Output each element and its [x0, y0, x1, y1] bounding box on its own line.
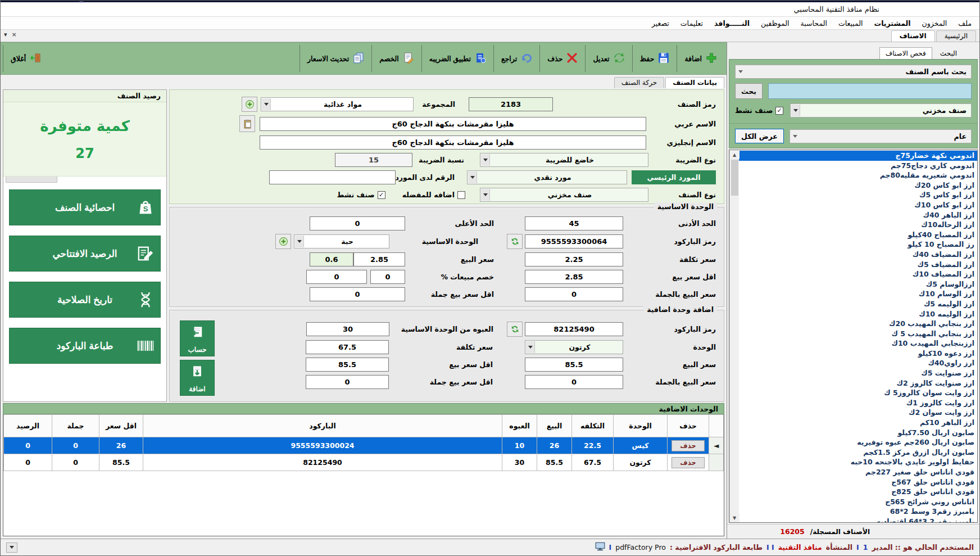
list-item[interactable]: ارز ابو كاس 5ك	[739, 190, 977, 200]
close-tab-icon[interactable]: ×	[12, 31, 17, 38]
list-item[interactable]: صابون اريال ازرق مركز 1.5كجم	[739, 447, 977, 458]
generate-barcode-icon[interactable]	[507, 322, 523, 337]
item-type-dropdown[interactable]: صنف مخزني	[480, 188, 648, 202]
sidebar-tab-check-items[interactable]: فحص الاصناف	[879, 47, 932, 59]
generate-barcode-icon[interactable]	[507, 234, 523, 249]
add-unit-type-button[interactable]	[275, 234, 291, 249]
group-filter-dropdown[interactable]: عام	[790, 129, 972, 143]
extra-cost-field[interactable]: 67.5	[306, 340, 389, 354]
tax-type-dropdown[interactable]: خاضع للضريبة	[480, 153, 648, 167]
save-button[interactable]: حفظ	[633, 43, 677, 74]
list-item[interactable]: ارز ابو كاس 20ك	[739, 180, 977, 191]
list-item[interactable]: صابون اريال 7.50كيلو	[739, 428, 977, 438]
table-row[interactable]: ◄حذفكيس22.5261095555933000242600	[4, 437, 724, 454]
chevron-down-icon[interactable]	[468, 171, 477, 183]
chevron-down-icon[interactable]	[295, 236, 304, 247]
apply-tax-button[interactable]: تطبيق الضريبه	[422, 43, 493, 74]
search-input[interactable]	[768, 83, 972, 99]
search-button[interactable]: بحث	[735, 83, 763, 99]
menu-item[interactable]: المخزون	[922, 19, 947, 28]
chevron-down-icon[interactable]	[481, 189, 490, 201]
name-en-field[interactable]: هليزا مقرمشات بنكهة الدجاج 60ج	[260, 135, 646, 150]
close-window-button[interactable]: أغلاق	[3, 43, 48, 74]
list-item[interactable]: ارز الرحاله10ك	[739, 220, 977, 230]
sales-discount-secondary-field[interactable]: 0	[306, 270, 367, 284]
pack-size-field[interactable]: 30	[306, 322, 389, 336]
list-item[interactable]: ارز وايت كالروز 1ك	[739, 398, 977, 408]
list-item[interactable]: بامبرز رقم 2 3*64 اقتصاديه	[739, 517, 977, 522]
list-item[interactable]: اندومي شعيريه مقليه80جم	[739, 170, 977, 180]
extra-sell-field[interactable]: 85.5	[525, 358, 623, 372]
undo-button[interactable]: تراجع	[494, 43, 539, 74]
list-item[interactable]: ارز المضياف 5ك	[739, 260, 977, 270]
edit-button[interactable]: تعديل	[586, 43, 632, 74]
list-item[interactable]: ارز وايت سوان كالروز5 ك	[739, 388, 977, 398]
base-cost-field[interactable]: 2.25	[525, 252, 623, 266]
chevron-down-icon[interactable]	[262, 98, 271, 110]
opening-balance-button[interactable]: الرصيد الافتتاحي	[9, 236, 161, 272]
list-item[interactable]: ارز صنوايت 5ك	[739, 368, 977, 378]
list-item[interactable]: بامبرز رقم3 وسط 2*68	[739, 507, 977, 517]
supplier-number-field[interactable]	[269, 170, 396, 184]
add-button[interactable]: اضافة	[677, 43, 724, 74]
sidebar-tab-search[interactable]: البحث	[934, 48, 963, 59]
list-scrollbar[interactable]: ▲ ▼	[729, 150, 739, 522]
base-wholesale-field[interactable]: 0	[525, 287, 623, 301]
base-sell-secondary-field[interactable]: 0.6	[310, 252, 353, 266]
list-item[interactable]: اندومي كاري دجاج75جم	[739, 161, 977, 171]
table-row[interactable]: حذفكرتون67.585.5308212549085.500	[4, 454, 724, 471]
extra-unit-dropdown[interactable]: كرتون	[525, 340, 623, 354]
sales-discount-field[interactable]: 0	[370, 270, 405, 284]
status-dropdown-caret[interactable]	[6, 543, 17, 553]
add-unit-button[interactable]: اضافة	[180, 360, 215, 396]
extra-wholesale-field[interactable]: 0	[525, 375, 623, 389]
print-barcode-button[interactable]: طباعة الباركود	[9, 328, 161, 364]
update-prices-button[interactable]: تحديث الاسعار	[300, 43, 371, 74]
main-supplier-dropdown[interactable]: مورد نقدي	[467, 170, 627, 184]
active-item-checkbox[interactable]: ✓	[378, 191, 385, 199]
list-item[interactable]: ارز وايت سوان 2ك	[739, 408, 977, 418]
base-min-sell-field[interactable]: 2.85	[525, 270, 623, 284]
list-item[interactable]: ارز راوي40ك	[739, 358, 977, 368]
list-item[interactable]: قودي اناناس حلق 825ج	[739, 487, 977, 497]
list-item[interactable]: ارز المضياف 40ك	[739, 250, 977, 260]
min-limit-field[interactable]: 45	[525, 216, 623, 230]
favorite-checkbox[interactable]	[457, 191, 465, 199]
scrollbar-thumb[interactable]	[731, 160, 738, 196]
menu-item[interactable]: المحاسبة	[801, 19, 827, 28]
list-item[interactable]: ارزالوسام 5ك	[739, 279, 977, 290]
extra-min-sell-field[interactable]: 85.5	[306, 358, 389, 372]
list-item[interactable]: حفايظ اولوير عايدي بالاجنحه 10حبه	[739, 457, 977, 467]
list-item[interactable]: رز المصباح 10 كيلو	[739, 239, 977, 250]
max-limit-field[interactable]: 0	[310, 216, 405, 230]
list-item[interactable]: ارز بنجابي المهيدب 20ك	[739, 319, 977, 329]
base-barcode-field[interactable]: 9555593300064	[525, 234, 623, 248]
menu-item[interactable]: النـــــوافذ	[714, 19, 750, 28]
menu-item[interactable]: المبيعات	[838, 19, 863, 28]
chevron-down-icon[interactable]	[526, 341, 535, 353]
item-type-filter-dropdown[interactable]: صنف مخزني	[790, 103, 972, 117]
discount-button[interactable]: الخصم	[372, 43, 421, 74]
tab-home[interactable]: الرئيسية	[936, 30, 976, 42]
show-all-button[interactable]: عرض الكل	[735, 129, 784, 143]
list-item[interactable]: ارز دعوه 10كيلو	[739, 349, 977, 359]
list-item[interactable]: ارز الوليمه 5ك	[739, 299, 977, 309]
name-ar-field[interactable]: هليزا مقرمشات بنكهة الدجاج 60ج	[260, 117, 646, 131]
list-item[interactable]: ارز المصباح 40كيلو	[739, 230, 977, 240]
chevron-down-icon[interactable]	[791, 130, 800, 142]
list-item[interactable]: ارز الباهر 40ك	[739, 210, 977, 220]
delete-row-button[interactable]: حذف	[672, 440, 704, 451]
list-item[interactable]: قودي اناناس حلق 567ج	[739, 477, 977, 487]
chevron-down-icon[interactable]	[481, 154, 490, 166]
menu-item[interactable]: تعليمات	[680, 19, 703, 28]
base-unit-dropdown[interactable]: حبة	[294, 234, 389, 248]
tax-rate-field[interactable]: 15	[335, 153, 412, 167]
extra-barcode-field[interactable]: 82125490	[525, 322, 623, 336]
add-group-button[interactable]	[242, 97, 257, 112]
paste-clipboard-button[interactable]	[239, 115, 255, 132]
calculate-unit-button[interactable]: حساب	[180, 320, 215, 356]
chevron-down-icon[interactable]	[736, 66, 745, 78]
base-sell-field[interactable]: 2.85	[353, 252, 405, 266]
list-item[interactable]: قودي اناناس حلق صغير 227جم	[739, 467, 977, 477]
base-min-wholesale-field[interactable]: 0	[310, 287, 405, 301]
